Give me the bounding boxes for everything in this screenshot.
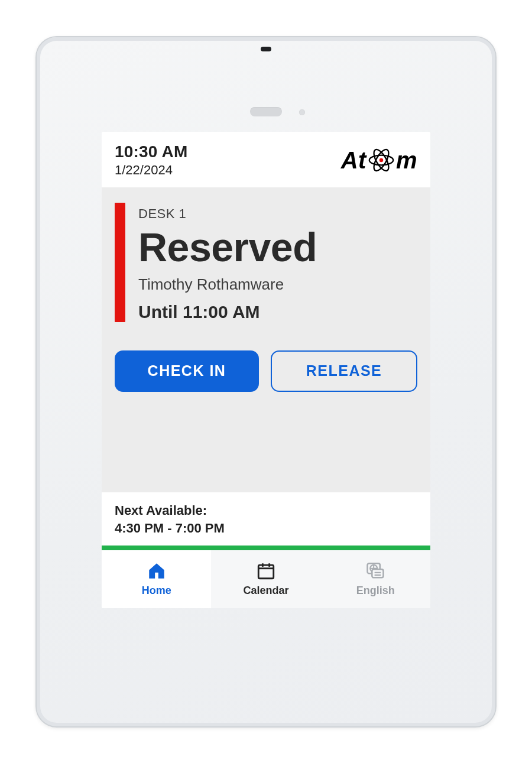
nav-language-label: English <box>356 585 395 597</box>
tablet-device-frame: 10:30 AM 1/22/2024 At m <box>35 36 497 728</box>
next-available-range: 4:30 PM - 7:00 PM <box>115 521 417 536</box>
clock-time: 10:30 AM <box>115 142 188 161</box>
action-buttons: CHECK IN RELEASE <box>115 350 417 392</box>
atom-icon <box>368 147 395 174</box>
status-accent-bar <box>115 203 125 322</box>
device-speaker <box>250 107 282 116</box>
check-in-button[interactable]: CHECK IN <box>115 350 259 392</box>
svg-rect-4 <box>258 565 274 579</box>
reservation-state: Reserved <box>138 226 317 268</box>
globe-chat-icon <box>365 561 385 581</box>
device-front-camera <box>299 109 305 115</box>
svg-rect-12 <box>372 569 384 577</box>
clock-date: 1/22/2024 <box>115 163 188 178</box>
screen: 10:30 AM 1/22/2024 At m <box>102 132 430 608</box>
release-button[interactable]: RELEASE <box>271 350 417 392</box>
nav-home-label: Home <box>142 585 171 597</box>
nav-language[interactable]: English <box>321 550 430 608</box>
availability-indicator-bar <box>102 546 430 550</box>
next-available-panel: Next Available: 4:30 PM - 7:00 PM Home <box>102 492 430 608</box>
header: 10:30 AM 1/22/2024 At m <box>102 132 430 187</box>
reserved-until: Until 11:00 AM <box>138 302 317 322</box>
reservation-status-card: DESK 1 Reserved Timothy Rothamware Until… <box>102 187 430 410</box>
header-datetime: 10:30 AM 1/22/2024 <box>115 142 188 178</box>
next-available-label: Next Available: <box>115 503 417 518</box>
bottom-nav: Home Calendar <box>102 550 430 608</box>
desk-label: DESK 1 <box>138 206 317 222</box>
calendar-icon <box>256 561 276 581</box>
nav-home[interactable]: Home <box>102 550 211 608</box>
svg-point-3 <box>379 158 383 161</box>
brand-text-post: m <box>396 148 417 172</box>
reserved-by: Timothy Rothamware <box>138 275 317 294</box>
brand-text-pre: At <box>341 148 366 172</box>
device-notch <box>261 47 271 51</box>
nav-calendar[interactable]: Calendar <box>211 550 320 608</box>
nav-calendar-label: Calendar <box>243 585 288 597</box>
brand-logo: At m <box>341 147 417 174</box>
home-icon <box>147 561 167 581</box>
